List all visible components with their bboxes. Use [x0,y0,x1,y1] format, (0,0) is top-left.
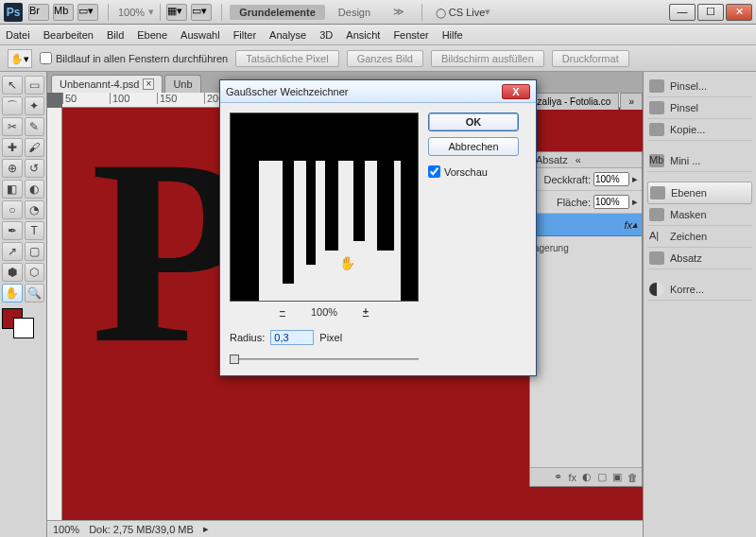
gaussian-blur-dialog: Gaußscher Weichzeichner X ✋ – 100% + [219,79,537,376]
history-brush-tool[interactable]: ↺ [25,159,45,178]
arrange-icon[interactable]: ▦▾ [166,4,187,21]
panel-korrekturen[interactable]: Korre... [647,279,752,301]
new-layer-icon[interactable]: ▣ [612,471,622,483]
status-zoom[interactable]: 100% [53,524,79,535]
pen-tool[interactable]: ✒ [2,221,23,240]
masks-icon [649,208,664,221]
3d-camera-tool[interactable]: ⬡ [25,263,45,282]
move-tool[interactable]: ↖ [2,76,23,95]
gradient-tool[interactable]: ◐ [25,180,45,199]
eraser-tool[interactable]: ◧ [2,180,23,199]
opacity-field[interactable] [593,172,629,186]
panel-kopie[interactable]: Kopie... [647,119,752,141]
mask-icon[interactable]: ◐ [582,471,592,483]
document-tab-1[interactable]: Unbenannt-4.psd× [51,75,163,93]
shape-tool[interactable]: ▢ [25,242,45,261]
screen-mode-icon[interactable]: ▭▾ [77,4,98,21]
color-swatch[interactable] [2,308,40,337]
paragraph-icon [649,251,664,265]
crop-tool[interactable]: ✂ [2,117,23,136]
menu-fenster[interactable]: Fenster [393,29,428,41]
minibridge-panel-icon: Mb [649,154,664,167]
layers-tab-absatz[interactable]: Absatz [536,154,568,165]
workspace-more[interactable]: ≫ [384,4,414,20]
print-size-button[interactable]: Druckformat [552,50,629,67]
menu-filter[interactable]: Filter [233,29,256,41]
wand-tool[interactable]: ✦ [25,96,45,115]
panel-pinsel[interactable]: Pinsel [647,97,752,119]
stamp-tool[interactable]: ⊕ [2,159,23,178]
menu-ebene[interactable]: Ebene [137,29,167,41]
panel-mini[interactable]: MbMini ... [647,150,752,172]
zoom-in-button[interactable]: + [356,305,375,319]
window-close[interactable]: ✕ [726,4,752,21]
zoom-tool[interactable]: 🔍 [25,284,45,303]
panel-ebenen[interactable]: Ebenen [647,182,752,204]
radius-slider[interactable] [230,353,419,366]
fx-icon[interactable]: fx [568,472,576,483]
brush-tool[interactable]: 🖌 [25,138,45,157]
dodge-tool[interactable]: ◔ [25,200,45,219]
preview-cursor-icon: ✋ [339,255,355,270]
lasso-tool[interactable]: ⌒ [2,96,23,115]
path-tool[interactable]: ↗ [2,242,23,261]
fill-screen-button[interactable]: Bildschirm ausfüllen [431,50,544,67]
cancel-button[interactable]: Abbrechen [428,137,519,156]
group-icon[interactable]: ▢ [597,471,607,483]
radius-input[interactable] [270,330,314,345]
3d-tool[interactable]: ⬢ [2,263,23,282]
window-minimize[interactable]: — [669,4,696,21]
close-tab-icon[interactable]: × [143,78,154,90]
layer-effect-row[interactable]: agerung [530,236,642,259]
bridge-icon[interactable]: Br [28,4,49,21]
panel-zeichen[interactable]: A|Zeichen [647,226,752,248]
workspace-grundelemente[interactable]: Grundelemente [230,5,325,20]
panel-masken[interactable]: Masken [647,204,752,226]
link-layers-icon[interactable]: ⚭ [554,471,562,483]
panel-absatz[interactable]: Absatz [647,248,752,269]
heal-tool[interactable]: ✚ [2,138,23,157]
menu-3d[interactable]: 3D [319,29,333,41]
workspace-design[interactable]: Design [329,5,380,20]
trash-icon[interactable]: 🗑 [627,472,638,483]
document-tab-azaliya[interactable]: Azaliya - Fotolia.co [523,93,619,110]
blur-tool[interactable]: ○ [2,200,23,219]
right-panel: Pinsel... Pinsel Kopie... MbMini ... Ebe… [643,72,756,537]
document-tab-2[interactable]: Unb [164,75,200,93]
menu-analyse[interactable]: Analyse [269,29,306,41]
character-icon: A| [649,230,664,243]
actual-pixels-button[interactable]: Tatsächliche Pixel [235,50,338,67]
background-color[interactable] [13,318,34,338]
zoom-out-button[interactable]: – [273,305,292,319]
menu-auswahl[interactable]: Auswahl [180,29,220,41]
status-doc-size[interactable]: Dok: 2,75 MB/39,0 MB [89,524,194,535]
zoom-value[interactable]: 100% [118,7,145,18]
type-tool[interactable]: T [25,221,45,240]
minibridge-icon[interactable]: Mb [53,4,74,21]
menu-bild[interactable]: Bild [107,29,124,41]
hand-tool-preset[interactable]: ✋▾ [8,49,32,68]
dialog-close-button[interactable]: X [502,84,530,99]
options-bar: ✋▾ Bildlauf in allen Fenstern durchführe… [0,45,756,72]
hand-tool[interactable]: ✋ [2,284,23,303]
cs-live-button[interactable]: CS Live [436,7,485,18]
toolbox: ↖▭ ⌒✦ ✂✎ ✚🖌 ⊕↺ ◧◐ ○◔ ✒T ↗▢ ⬢⬡ ✋🔍 [0,72,47,537]
filter-preview[interactable]: ✋ [230,113,419,302]
window-maximize[interactable]: ☐ [697,4,724,21]
panel-pinsel-presets[interactable]: Pinsel... [647,76,752,97]
fill-field[interactable] [593,195,629,209]
menu-datei[interactable]: Datei [6,29,30,41]
menu-ansicht[interactable]: Ansicht [346,29,380,41]
marquee-tool[interactable]: ▭ [25,76,45,95]
preview-checkbox[interactable]: Vorschau [428,165,519,178]
scroll-all-windows-checkbox[interactable]: Bildlauf in allen Fenstern durchführen [40,52,228,64]
menu-hilfe[interactable]: Hilfe [442,29,463,41]
layer-row-selected[interactable]: fx ▴ [530,214,642,236]
eyedropper-tool[interactable]: ✎ [25,117,45,136]
preview-zoom-value: 100% [311,306,337,318]
menu-bearbeiten[interactable]: Bearbeiten [43,29,94,41]
extras-icon[interactable]: ▭▾ [191,4,212,21]
fit-screen-button[interactable]: Ganzes Bild [347,50,423,67]
tab-overflow-button[interactable]: » [620,93,643,110]
ok-button[interactable]: OK [428,113,519,131]
